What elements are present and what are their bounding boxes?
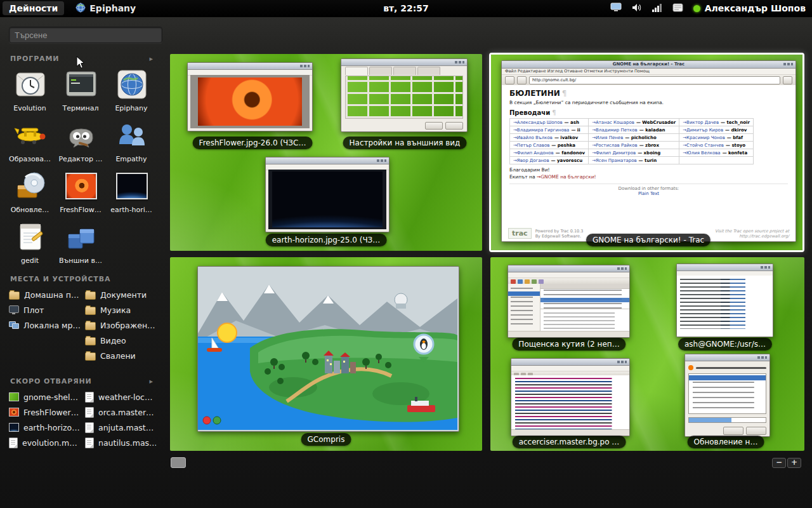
empathy-icon	[114, 117, 150, 153]
recent-item[interactable]: orca.master…	[85, 404, 156, 420]
place-music[interactable]: Музика	[85, 302, 156, 318]
recent-item[interactable]: anjuta.mast…	[85, 420, 156, 435]
screenshot-thumbnail-icon	[9, 392, 19, 401]
activities-button[interactable]: Дейности	[3, 1, 64, 15]
app-empathy[interactable]: Empathy	[107, 117, 157, 163]
folder-icon	[85, 352, 96, 361]
translator-link[interactable]: →Ясен Праматаров	[592, 158, 636, 163]
translator-link[interactable]: →Явор Доганов	[513, 158, 549, 163]
place-downloads[interactable]: Свалени	[85, 348, 156, 363]
workspace-2-active-border[interactable]: GNOME на български! - Trac Файл Редактир…	[489, 53, 804, 252]
translator-link[interactable]: →Димитър Киров	[683, 128, 723, 133]
recent-label: nautilus.mas…	[98, 438, 156, 448]
translator-link[interactable]: →Филип Димитров	[592, 150, 636, 156]
app-evolution[interactable]: Evolution	[6, 67, 55, 112]
translator-link[interactable]: →Владимир Петков	[592, 128, 638, 133]
window-gcompris[interactable]	[197, 266, 459, 432]
place-network[interactable]: Локална мр…	[9, 318, 80, 333]
recent-item[interactable]: earth-horizo…	[9, 420, 80, 435]
place-label: Музика	[100, 305, 131, 315]
search-input[interactable]	[9, 27, 162, 43]
display-icon[interactable]	[610, 3, 622, 15]
app-gcompris[interactable]: Образова…	[6, 117, 55, 163]
workspace-3[interactable]: GCompris	[170, 257, 482, 451]
workspace-4[interactable]: Пощенска кутия (2 неп… ash@GNOME:/usr/s……	[490, 257, 804, 451]
place-home[interactable]: Домашна п…	[9, 287, 80, 302]
translator-link[interactable]: →Юлия Велкова	[683, 150, 720, 156]
app-freshflower-image[interactable]: FreshFlow…	[56, 168, 106, 214]
download-label: Download in other formats:	[509, 186, 788, 191]
dialog-button[interactable]	[723, 427, 743, 435]
window-label: Обновление н…	[688, 436, 764, 448]
translator-link[interactable]: →Петър Славов	[513, 143, 549, 148]
translator-link[interactable]: →Ивайло Вълков	[513, 135, 553, 140]
window-appearance-settings[interactable]	[341, 58, 468, 132]
translator-cell: →Ивайло Вълков— ivalkov	[510, 134, 589, 142]
window-gedit-po-file[interactable]	[511, 358, 630, 436]
keyboard-icon[interactable]	[672, 3, 683, 15]
add-workspace-button[interactable]: +	[787, 458, 801, 468]
app-external-drives[interactable]: Външни в…	[56, 219, 106, 265]
window-update-manager[interactable]	[684, 354, 770, 437]
back-button[interactable]	[505, 76, 514, 84]
translator-link[interactable]: →Ростислав Райков	[592, 143, 638, 148]
recent-label: gnome-shel…	[23, 392, 78, 402]
window-epiphany-trac[interactable]: GNOME на български! - Trac Файл Редактир…	[501, 60, 796, 242]
team-link[interactable]: →GNOME на български!	[537, 174, 596, 180]
recent-item[interactable]: nautilus.mas…	[85, 435, 156, 450]
recent-item[interactable]: evolution.m…	[9, 435, 80, 450]
user-menu[interactable]: Александър Шопов	[693, 3, 806, 13]
workspace-2[interactable]: GNOME на български! - Trac Файл Редактир…	[491, 55, 802, 250]
url-bar[interactable]: http://gnome.cult.bg/	[529, 76, 780, 84]
place-desktop[interactable]: Плот	[9, 302, 80, 318]
window-gimp-earth[interactable]	[265, 157, 390, 232]
window-titlebar	[677, 264, 773, 271]
recent-item[interactable]: FreshFlower…	[9, 404, 80, 420]
reload-button[interactable]	[783, 76, 792, 84]
status-bar	[508, 331, 629, 337]
translator-cell: →Ростислав Райков— zbrox	[589, 142, 679, 149]
forward-button[interactable]	[517, 76, 527, 84]
translator-link[interactable]: →Илия Пенев	[592, 135, 623, 140]
expand-arrow-icon[interactable]: ▸	[150, 55, 154, 63]
table-row: →Петър Славов— peshka →Ростислав Райков—…	[510, 142, 754, 149]
place-videos[interactable]: Видео	[85, 333, 156, 348]
window-terminal[interactable]	[676, 264, 773, 337]
recent-label: weather-loc…	[98, 392, 152, 402]
app-label: Терминал	[56, 104, 105, 112]
app-epiphany[interactable]: Epiphany	[107, 67, 157, 112]
recent-item[interactable]: weather-loc…	[85, 389, 156, 404]
place-pictures[interactable]: Изображен…	[85, 318, 156, 333]
workspace-indicator[interactable]	[171, 457, 186, 468]
translator-link[interactable]: →Атанас Кошаров	[592, 120, 634, 125]
message-list	[540, 284, 629, 309]
volume-icon[interactable]	[632, 3, 642, 15]
plain-text-link[interactable]: Plain Text	[509, 191, 788, 196]
translator-link[interactable]: →Александър Шопов	[513, 120, 563, 125]
app-terminal[interactable]: Терминал	[56, 67, 106, 112]
expand-arrow-icon[interactable]: ▸	[150, 377, 154, 385]
recent-item[interactable]: gnome-shel…	[9, 389, 80, 404]
app-updates[interactable]: Обновле…	[6, 168, 55, 214]
app-gimp[interactable]: Редактор …	[56, 117, 106, 163]
translator-link[interactable]: →Стойчо Станчев	[683, 143, 724, 148]
translator-link[interactable]: →Виктор Дачев	[683, 120, 719, 125]
app-gedit[interactable]: gedit	[6, 219, 55, 265]
dialog-button[interactable]	[746, 427, 766, 435]
remove-workspace-button[interactable]: −	[772, 458, 786, 468]
translator-cell: →Владимира Гиргинова— ii	[510, 126, 589, 134]
mail-body	[508, 284, 629, 331]
workspace-1[interactable]: FreshFlower.jpg-26.0 (ЧЗС… Настройки на …	[170, 54, 482, 251]
network-signal-icon[interactable]	[652, 3, 662, 15]
translator-cell: →Юлия Велкова— konfeta	[679, 149, 754, 157]
translator-link[interactable]: →Красимир Чонов	[683, 135, 725, 140]
translator-link[interactable]: →Филип Андонов	[513, 150, 554, 156]
window-evolution-mail[interactable]	[508, 265, 630, 338]
earth-image	[272, 171, 383, 227]
app-earth-image[interactable]: earth-hori…	[107, 168, 157, 214]
place-documents[interactable]: Документи	[85, 287, 156, 302]
app-menu[interactable]: Epiphany	[75, 3, 136, 15]
page-heading: БЮЛЕТИНИ¶	[509, 89, 788, 98]
window-gimp-freshflower[interactable]	[187, 62, 313, 131]
translator-link[interactable]: →Владимира Гиргинова	[513, 128, 569, 133]
